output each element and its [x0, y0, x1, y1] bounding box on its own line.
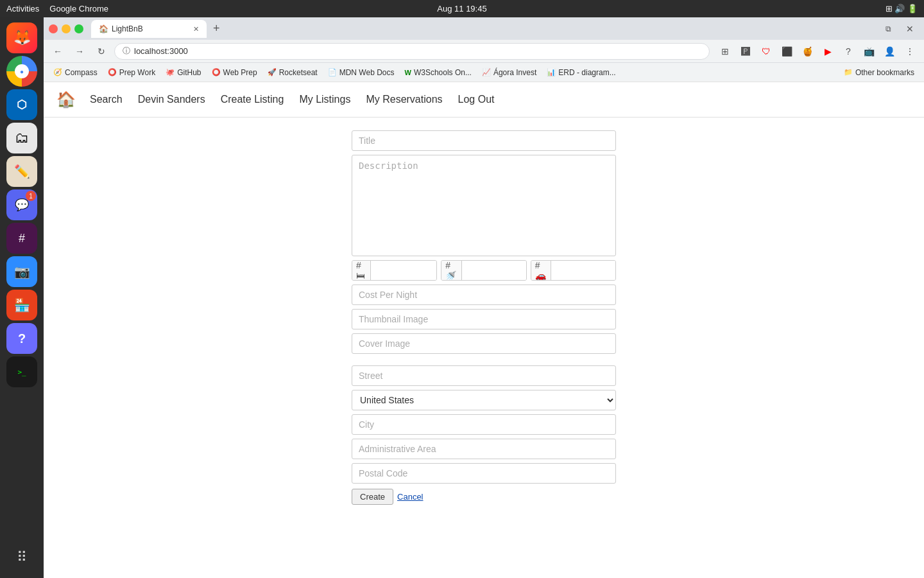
activities-label[interactable]: Activities	[6, 4, 39, 13]
city-input[interactable]	[352, 414, 616, 435]
form-actions: Create Cancel	[352, 489, 616, 505]
nav-create-listing[interactable]: Create Listing	[219, 91, 286, 108]
discord-badge: 1	[26, 191, 36, 201]
dock-icon-files[interactable]: 🗂	[6, 123, 37, 153]
form-divider	[352, 358, 616, 362]
security-icon: ⓘ	[123, 46, 130, 57]
prep-work-favicon: ⭕	[108, 68, 117, 76]
maximize-button[interactable]	[74, 24, 83, 33]
minimize-button[interactable]	[62, 24, 71, 33]
new-tab-button[interactable]: +	[208, 19, 225, 38]
active-tab[interactable]: 🏠 LightBnB ✕	[91, 20, 207, 38]
dock-icon-text-editor[interactable]: ✏️	[6, 156, 37, 187]
parking-input[interactable]	[551, 261, 615, 280]
os-topbar: Activities Google Chrome Aug 11 19:45 ⊞ …	[0, 0, 924, 17]
profile-icon[interactable]: 👤	[880, 42, 898, 60]
bookmark-web-prep[interactable]: ⭕ Web Prep	[207, 66, 262, 79]
dock-icon-vscode[interactable]: ⬡	[6, 89, 37, 120]
menu-button[interactable]: ⋮	[901, 42, 919, 60]
cast-icon[interactable]: 📺	[860, 42, 878, 60]
bedrooms-field[interactable]: #🛏	[352, 260, 437, 281]
pocket-icon[interactable]: 🅿	[737, 42, 755, 60]
close-button[interactable]	[49, 24, 58, 33]
toolbar-icons: ⊞ 🅿 🛡 ⬛ 🍯 ▶ ? 📺 👤 ⋮	[716, 42, 919, 60]
tampermonkey-icon[interactable]: ⬛	[778, 42, 796, 60]
mdn-favicon: 📄	[328, 68, 337, 76]
parking-prefix: #🚗	[531, 261, 551, 280]
bookmark-w3schools[interactable]: W W3Schools On...	[400, 66, 475, 79]
nav-my-listings[interactable]: My Listings	[298, 91, 352, 108]
dock: 🦊 ● ⬡ 🗂 ✏️ 💬 1 # 📷 🏪 ? >_ ⠿	[0, 17, 44, 578]
title-input[interactable]	[352, 130, 616, 151]
nav-search[interactable]: Search	[89, 91, 124, 108]
reload-button[interactable]: ↻	[92, 42, 110, 60]
forward-button[interactable]: →	[71, 42, 89, 60]
bookmark-agora[interactable]: 📈 Ágora Invest	[477, 66, 541, 79]
tab-title: LightBnB	[112, 24, 143, 33]
other-bookmarks-favicon: 📁	[844, 68, 853, 76]
tab-close-button[interactable]: ✕	[193, 25, 199, 33]
datetime-label: Aug 11 19:45	[437, 4, 486, 13]
dock-icon-appstore[interactable]: 🏪	[6, 290, 37, 320]
description-input[interactable]	[352, 155, 616, 256]
help-center-icon[interactable]: ?	[839, 42, 857, 60]
numbers-row: #🛏 #🚿 #🚗	[352, 260, 616, 281]
parking-field[interactable]: #🚗	[531, 260, 616, 281]
browser-titlebar: 🏠 LightBnB ✕ + ⧉ ✕	[44, 17, 924, 40]
honey-icon[interactable]: 🍯	[798, 42, 816, 60]
postal-code-input[interactable]	[352, 463, 616, 484]
home-nav-icon[interactable]: 🏠	[56, 91, 76, 109]
browser-window: 🏠 LightBnB ✕ + ⧉ ✕ ← → ↻ ⓘ localhost:300…	[44, 17, 924, 578]
street-input[interactable]	[352, 365, 616, 386]
bedrooms-input[interactable]	[371, 261, 436, 280]
address-bar[interactable]: ⓘ localhost:3000	[114, 43, 710, 60]
nav-user[interactable]: Devin Sanders	[137, 91, 207, 108]
agora-favicon: 📈	[482, 68, 491, 76]
bookmark-github[interactable]: 🐙 GitHub	[161, 66, 205, 79]
cancel-button[interactable]: Cancel	[397, 492, 423, 502]
dock-icon-slack[interactable]: #	[6, 223, 37, 254]
nav-logout[interactable]: Log Out	[457, 91, 496, 108]
dock-icon-firefox[interactable]: 🦊	[6, 22, 37, 53]
extensions-button[interactable]: ⊞	[716, 42, 734, 60]
country-select[interactable]: United States Canada United Kingdom Aust…	[352, 390, 616, 410]
bathrooms-prefix: #🚿	[441, 261, 461, 280]
bathrooms-field[interactable]: #🚿	[441, 260, 526, 281]
bookmarks-bar: 🧭 Compass ⭕ Prep Work 🐙 GitHub ⭕ Web Pre…	[44, 63, 924, 82]
nav-my-reservations[interactable]: My Reservations	[364, 91, 443, 108]
youtube-icon[interactable]: ▶	[819, 42, 837, 60]
back-button[interactable]: ←	[49, 42, 67, 60]
bathrooms-input[interactable]	[462, 261, 526, 280]
erd-favicon: 📊	[547, 68, 556, 76]
cover-image-input[interactable]	[352, 333, 616, 354]
site-nav: 🏠 Search Devin Sanders Create Listing My…	[44, 82, 924, 118]
bookmark-other[interactable]: 📁 Other bookmarks	[839, 66, 919, 79]
dock-icon-apps[interactable]: ⠿	[6, 542, 37, 573]
create-button[interactable]: Create	[352, 489, 393, 505]
app-name-label: Google Chrome	[49, 4, 108, 13]
page-content: 🏠 Search Devin Sanders Create Listing My…	[44, 82, 924, 578]
admin-area-input[interactable]	[352, 439, 616, 459]
bookmark-prep-work[interactable]: ⭕ Prep Work	[103, 66, 160, 79]
window-close-button[interactable]: ✕	[901, 20, 919, 38]
w3schools-favicon: W	[404, 69, 411, 76]
bookmark-rocketseat[interactable]: 🚀 Rocketseat	[263, 66, 322, 79]
address-text[interactable]: localhost:3000	[134, 46, 188, 56]
web-prep-favicon: ⭕	[212, 68, 221, 76]
window-controls[interactable]	[49, 24, 83, 33]
adblock-icon[interactable]: 🛡	[757, 42, 775, 60]
dock-icon-terminal[interactable]: >_	[6, 356, 37, 387]
create-listing-form-container: #🛏 #🚿 #🚗	[44, 118, 924, 530]
dock-icon-help[interactable]: ?	[6, 323, 37, 354]
bookmark-compass[interactable]: 🧭 Compass	[49, 66, 102, 79]
bookmark-mdn[interactable]: 📄 MDN Web Docs	[323, 66, 399, 79]
github-favicon: 🐙	[166, 68, 175, 76]
dock-icon-discord[interactable]: 💬 1	[6, 189, 37, 220]
bedrooms-prefix: #🛏	[352, 261, 371, 280]
bookmark-erd[interactable]: 📊 ERD - diagram...	[542, 66, 620, 79]
cost-per-night-input[interactable]	[352, 285, 616, 305]
dock-icon-chrome[interactable]: ●	[6, 56, 37, 87]
window-restore-button[interactable]: ⧉	[879, 20, 897, 38]
dock-icon-zoom[interactable]: 📷	[6, 256, 37, 287]
thumbnail-image-input[interactable]	[352, 309, 616, 329]
